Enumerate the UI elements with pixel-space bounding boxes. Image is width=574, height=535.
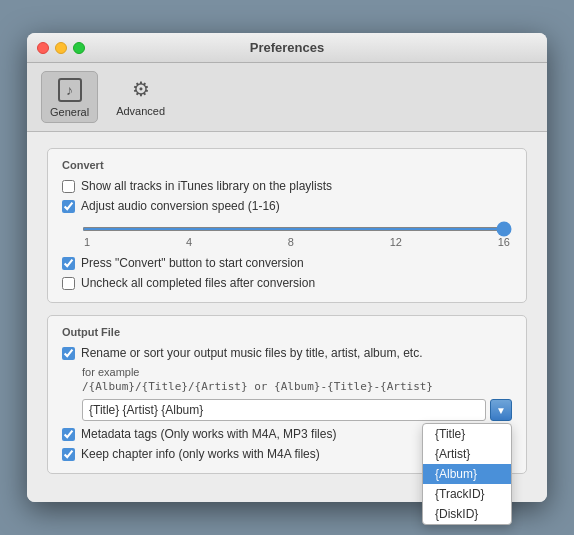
tab-advanced[interactable]: ⚙ Advanced bbox=[108, 71, 173, 123]
speed-slider-container: 1 4 8 12 16 bbox=[82, 219, 512, 248]
uncheck-completed-row: Uncheck all completed files after conver… bbox=[62, 276, 512, 290]
show-tracks-label[interactable]: Show all tracks in iTunes library on the… bbox=[81, 179, 332, 193]
preferences-window: Preferences ♪ General ⚙ Advanced Convert… bbox=[27, 33, 547, 502]
example-code: /{Album}/{Title}/{Artist} or {Album}-{Ti… bbox=[82, 380, 512, 393]
example-prefix: for example bbox=[82, 366, 512, 378]
show-tracks-checkbox[interactable] bbox=[62, 180, 75, 193]
press-convert-row: Press "Convert" button to start conversi… bbox=[62, 256, 512, 270]
dropdown-item-album[interactable]: {Album} bbox=[423, 464, 511, 484]
metadata-checkbox[interactable] bbox=[62, 428, 75, 441]
dropdown-item-title[interactable]: {Title} bbox=[423, 424, 511, 444]
maximize-button[interactable] bbox=[73, 42, 85, 54]
press-convert-label[interactable]: Press "Convert" button to start conversi… bbox=[81, 256, 304, 270]
advanced-icon: ⚙ bbox=[127, 75, 155, 103]
chapter-checkbox[interactable] bbox=[62, 448, 75, 461]
press-convert-checkbox[interactable] bbox=[62, 257, 75, 270]
uncheck-completed-label[interactable]: Uncheck all completed files after conver… bbox=[81, 276, 315, 290]
window-title: Preferences bbox=[250, 40, 324, 55]
show-tracks-row: Show all tracks in iTunes library on the… bbox=[62, 179, 512, 193]
slider-label-8: 8 bbox=[288, 236, 294, 248]
general-label: General bbox=[50, 106, 89, 118]
traffic-lights bbox=[37, 42, 85, 54]
rename-checkbox[interactable] bbox=[62, 347, 75, 360]
speed-slider[interactable] bbox=[82, 227, 512, 231]
rename-row: Rename or sort your output music files b… bbox=[62, 346, 512, 360]
chapter-label[interactable]: Keep chapter info (only works with M4A f… bbox=[81, 447, 320, 461]
general-icon: ♪ bbox=[56, 76, 84, 104]
output-section: Output File Rename or sort your output m… bbox=[47, 315, 527, 474]
slider-label-12: 12 bbox=[390, 236, 402, 248]
toolbar: ♪ General ⚙ Advanced bbox=[27, 63, 547, 132]
minimize-button[interactable] bbox=[55, 42, 67, 54]
slider-label-1: 1 bbox=[84, 236, 90, 248]
slider-label-16: 16 bbox=[498, 236, 510, 248]
dropdown-item-artist[interactable]: {Artist} bbox=[423, 444, 511, 464]
adjust-speed-checkbox[interactable] bbox=[62, 200, 75, 213]
close-button[interactable] bbox=[37, 42, 49, 54]
adjust-speed-label: Adjust audio conversion speed (1-16) bbox=[81, 199, 280, 213]
output-section-title: Output File bbox=[62, 326, 512, 338]
main-content: Convert Show all tracks in iTunes librar… bbox=[27, 132, 547, 502]
slider-labels: 1 4 8 12 16 bbox=[82, 236, 512, 248]
rename-label[interactable]: Rename or sort your output music files b… bbox=[81, 346, 422, 360]
tab-general[interactable]: ♪ General bbox=[41, 71, 98, 123]
convert-section-title: Convert bbox=[62, 159, 512, 171]
format-input[interactable] bbox=[82, 399, 486, 421]
dropdown-item-diskid[interactable]: {DiskID} bbox=[423, 504, 511, 524]
convert-section: Convert Show all tracks in iTunes librar… bbox=[47, 148, 527, 303]
dropdown-button[interactable]: ▼ bbox=[490, 399, 512, 421]
advanced-label: Advanced bbox=[116, 105, 165, 117]
dropdown-menu: {Title} {Artist} {Album} {TrackID} {Disk… bbox=[422, 423, 512, 525]
format-input-row: ▼ {Title} {Artist} {Album} {TrackID} {Di… bbox=[82, 399, 512, 421]
slider-label-4: 4 bbox=[186, 236, 192, 248]
adjust-speed-row: Adjust audio conversion speed (1-16) bbox=[62, 199, 512, 213]
titlebar: Preferences bbox=[27, 33, 547, 63]
uncheck-completed-checkbox[interactable] bbox=[62, 277, 75, 290]
dropdown-item-trackid[interactable]: {TrackID} bbox=[423, 484, 511, 504]
metadata-label[interactable]: Metadata tags (Only works with M4A, MP3 … bbox=[81, 427, 336, 441]
